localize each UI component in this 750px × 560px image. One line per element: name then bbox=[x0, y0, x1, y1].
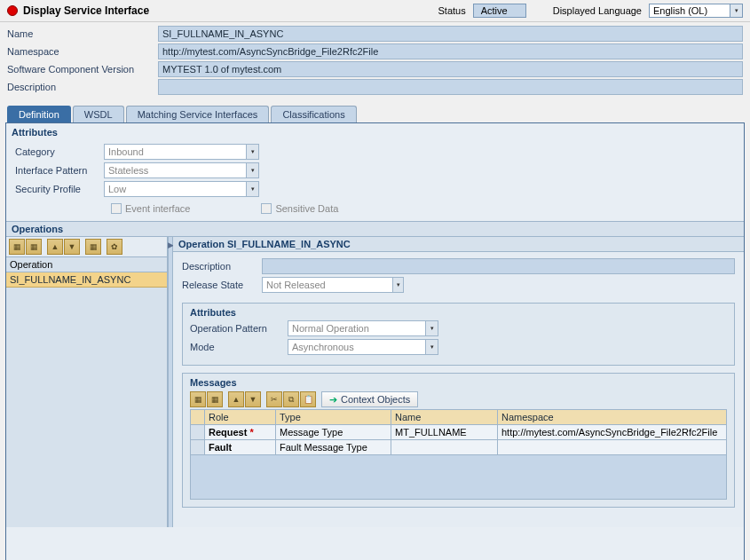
table-empty-area bbox=[190, 455, 727, 500]
cell-namespace[interactable] bbox=[498, 440, 726, 454]
paste-button[interactable]: 📋 bbox=[300, 391, 316, 407]
row-handle[interactable] bbox=[191, 440, 205, 454]
context-objects-button[interactable]: ➔ Context Objects bbox=[321, 391, 418, 407]
op-description-field[interactable] bbox=[262, 258, 735, 274]
attributes-title: Attributes bbox=[6, 123, 744, 139]
op-attributes-title: Attributes bbox=[190, 307, 727, 318]
cell-type: Fault Message Type bbox=[276, 440, 391, 454]
description-label: Description bbox=[7, 82, 158, 92]
insert-row-button[interactable]: ▦ bbox=[9, 239, 25, 255]
row-handle-header bbox=[191, 410, 205, 424]
col-type: Type bbox=[276, 410, 391, 424]
app-icon bbox=[7, 5, 18, 16]
release-state-value[interactable] bbox=[263, 278, 392, 292]
dropdown-icon[interactable]: ▾ bbox=[246, 145, 258, 159]
pattern-value[interactable] bbox=[105, 163, 246, 177]
op-pattern-value[interactable] bbox=[288, 321, 425, 335]
language-label: Displayed Language bbox=[553, 5, 642, 16]
move-down-button[interactable]: ▼ bbox=[64, 239, 80, 255]
msg-insert-button[interactable]: ▦ bbox=[190, 391, 206, 407]
msg-delete-button[interactable]: ▦ bbox=[207, 391, 223, 407]
move-up-button[interactable]: ▲ bbox=[47, 239, 63, 255]
namespace-field[interactable] bbox=[158, 43, 743, 59]
cell-role: Request * bbox=[205, 425, 276, 439]
status-value: Active bbox=[473, 4, 526, 18]
language-value[interactable]: English (OL) bbox=[650, 4, 730, 17]
table-row[interactable]: Request * Message Type MT_FULLNAME http:… bbox=[191, 425, 726, 440]
security-value[interactable] bbox=[105, 182, 246, 196]
operations-title: Operations bbox=[6, 221, 744, 237]
messages-table: Role Type Name Namespace Request * Messa… bbox=[190, 409, 727, 455]
append-row-button[interactable]: ▦ bbox=[85, 239, 101, 255]
name-label: Name bbox=[7, 28, 158, 39]
op-description-label: Description bbox=[182, 261, 262, 272]
operation-column-header: Operation bbox=[6, 256, 167, 272]
mode-label: Mode bbox=[190, 342, 288, 352]
operation-row[interactable]: SI_FULLNAME_IN_ASYNC bbox=[6, 272, 167, 288]
tab-wsdl[interactable]: WSDL bbox=[73, 106, 124, 122]
operation-detail-title: Operation SI_FULLNAME_IN_ASYNC bbox=[173, 237, 744, 252]
tab-classifications[interactable]: Classifications bbox=[271, 106, 356, 122]
checkbox-icon bbox=[261, 203, 272, 214]
tab-definition[interactable]: Definition bbox=[7, 106, 71, 122]
pattern-select[interactable]: ▾ bbox=[104, 162, 259, 178]
category-select[interactable]: ▾ bbox=[104, 144, 259, 160]
op-pattern-label: Operation Pattern bbox=[190, 323, 288, 334]
security-select[interactable]: ▾ bbox=[104, 181, 259, 197]
dropdown-icon[interactable]: ▾ bbox=[425, 321, 438, 335]
page-title: Display Service Interface bbox=[23, 4, 149, 17]
arrow-right-icon: ➔ bbox=[329, 394, 337, 406]
release-state-label: Release State bbox=[182, 280, 262, 290]
msg-up-button[interactable]: ▲ bbox=[228, 391, 244, 407]
col-namespace: Namespace bbox=[498, 410, 726, 424]
cell-type: Message Type bbox=[276, 425, 391, 439]
dropdown-icon[interactable]: ▾ bbox=[425, 340, 438, 354]
event-interface-checkbox[interactable]: Event interface bbox=[111, 203, 190, 214]
tab-matching[interactable]: Matching Service Interfaces bbox=[126, 106, 270, 122]
sensitive-data-label: Sensitive Data bbox=[275, 203, 338, 214]
row-handle[interactable] bbox=[191, 425, 205, 439]
cell-namespace[interactable]: http://mytest.com/AsyncSyncBridge_File2R… bbox=[498, 425, 726, 439]
dropdown-icon[interactable]: ▾ bbox=[392, 278, 403, 292]
checkbox-icon bbox=[111, 203, 122, 214]
sensitive-data-checkbox[interactable]: Sensitive Data bbox=[261, 203, 338, 214]
security-label: Security Profile bbox=[15, 184, 104, 194]
category-label: Category bbox=[15, 146, 104, 157]
msg-down-button[interactable]: ▼ bbox=[245, 391, 261, 407]
messages-title: Messages bbox=[190, 377, 727, 388]
dropdown-icon[interactable]: ▾ bbox=[246, 163, 258, 177]
cell-role: Fault bbox=[205, 440, 276, 454]
col-role: Role bbox=[205, 410, 276, 424]
category-value[interactable] bbox=[105, 145, 246, 159]
dropdown-icon[interactable]: ▾ bbox=[730, 4, 742, 17]
copy-button[interactable]: ⧉ bbox=[283, 391, 299, 407]
description-field[interactable] bbox=[158, 79, 743, 95]
cut-button[interactable]: ✂ bbox=[266, 391, 282, 407]
scv-field[interactable] bbox=[158, 61, 743, 77]
release-state-select[interactable]: ▾ bbox=[262, 277, 404, 293]
name-field[interactable] bbox=[158, 26, 743, 42]
op-pattern-select[interactable]: ▾ bbox=[288, 320, 438, 336]
table-row[interactable]: Fault Fault Message Type bbox=[191, 440, 726, 454]
col-name: Name bbox=[391, 410, 498, 424]
pattern-label: Interface Pattern bbox=[15, 165, 104, 176]
status-label: Status bbox=[438, 5, 466, 16]
dropdown-icon[interactable]: ▾ bbox=[246, 182, 258, 196]
language-select[interactable]: English (OL) ▾ bbox=[649, 4, 743, 18]
context-objects-label: Context Objects bbox=[341, 394, 410, 405]
delete-row-button[interactable]: ▦ bbox=[26, 239, 42, 255]
namespace-label: Namespace bbox=[7, 46, 158, 57]
event-interface-label: Event interface bbox=[125, 203, 190, 214]
scv-label: Software Component Version bbox=[7, 64, 158, 75]
mode-value[interactable] bbox=[288, 340, 425, 354]
mode-select[interactable]: ▾ bbox=[288, 339, 438, 355]
cell-name[interactable]: MT_FULLNAME bbox=[391, 425, 498, 439]
details-button[interactable]: ✿ bbox=[107, 239, 122, 255]
cell-name[interactable] bbox=[391, 440, 498, 454]
